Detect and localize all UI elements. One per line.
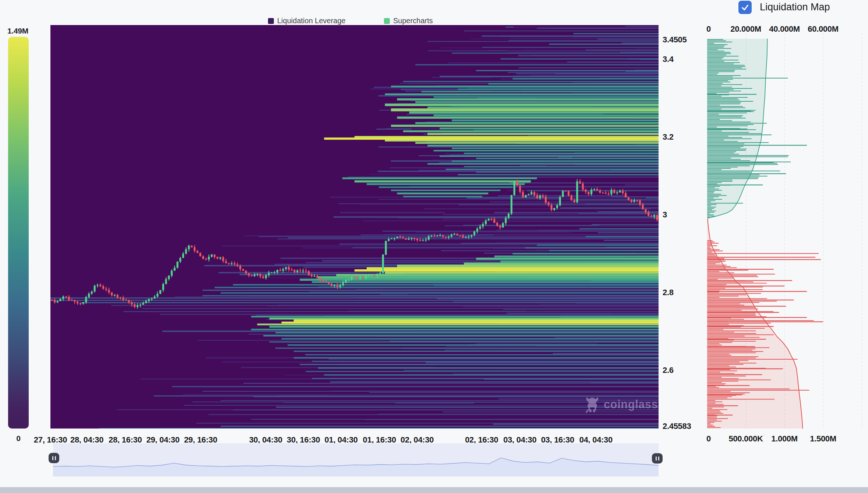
legend-item-supercharts[interactable]: Supercharts (384, 17, 433, 25)
legend-swatch-green-icon (384, 18, 390, 24)
colorbar-min-label: 0 (8, 434, 29, 443)
pause-icon (52, 456, 53, 460)
price-tick-label: 3.4505 (663, 35, 687, 45)
map-bottom-tick-label: 0 (706, 434, 711, 444)
map-bottom-tick-label: 1.000M (771, 434, 798, 444)
liquidation-map-label: Liquidation Map (760, 1, 830, 13)
map-bottom-tick-label: 500.000K (728, 434, 763, 444)
map-bottom-tick-label: 1.500M (810, 434, 836, 444)
pause-icon (656, 457, 657, 461)
liquidation-heatmap-canvas[interactable] (50, 25, 659, 429)
price-tick-label: 2.6 (663, 366, 674, 375)
navigator-area-canvas[interactable] (53, 443, 659, 476)
legend-label: Liquidation Leverage (277, 17, 346, 25)
navigator-left-handle[interactable] (49, 453, 59, 463)
liquidation-map-toggle[interactable]: Liquidation Map (738, 0, 830, 14)
legend-label: Supercharts (393, 17, 433, 25)
legend-swatch-purple-icon (268, 18, 274, 24)
price-tick-label: 2.45583 (663, 422, 691, 431)
pause-icon (55, 456, 56, 460)
bottom-scrollbar[interactable] (0, 487, 868, 493)
price-tick-label: 3.2 (663, 132, 674, 142)
chart-navigator[interactable] (53, 443, 659, 476)
price-tick-label: 3 (663, 210, 667, 220)
checkmark-icon (741, 3, 749, 11)
price-tick-label: 3.4 (663, 55, 674, 64)
legend-item-liquidation-leverage[interactable]: Liquidation Leverage (268, 17, 346, 25)
price-tick-label: 2.8 (663, 288, 674, 297)
liquidation-map-canvas[interactable] (706, 32, 868, 430)
colorbar-max-label: 1.49M (7, 27, 28, 35)
checkbox-checked-icon[interactable] (738, 1, 752, 14)
pause-icon (658, 457, 659, 461)
navigator-right-handle[interactable] (652, 453, 663, 464)
colorbar-gradient (8, 37, 29, 429)
